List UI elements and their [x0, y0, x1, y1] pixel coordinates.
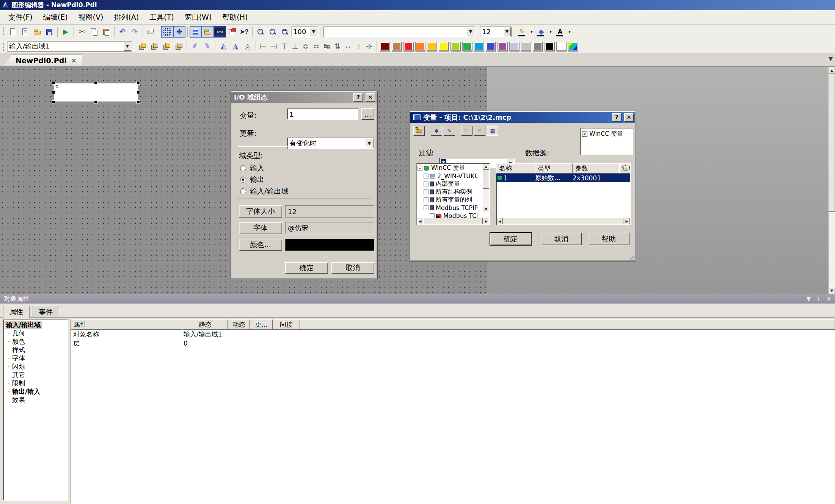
resize-handle[interactable]	[94, 100, 97, 104]
column-header[interactable]: 动态	[228, 319, 250, 330]
tree-vertical-scrollbar[interactable]: ▲ ▼	[483, 164, 489, 212]
send-to-back-button[interactable]	[148, 41, 160, 52]
bring-forward-button[interactable]	[160, 41, 173, 52]
scroll-up-icon[interactable]: ▲	[829, 67, 835, 74]
library-toggle-button[interactable]	[190, 26, 202, 38]
scroll-down-icon[interactable]: ▼	[829, 287, 835, 294]
help-button[interactable]: 帮助	[588, 233, 629, 245]
property-row[interactable]: 对象名称输入/输出域1	[71, 330, 835, 339]
center-horizontal-button[interactable]: ≍	[311, 41, 322, 52]
color-swatch[interactable]	[439, 42, 449, 51]
property-category-tree[interactable]: 输入/输出域几何颜色样式字体闪烁其它限制输出/输入效果	[3, 319, 68, 501]
paste-button[interactable]	[100, 26, 112, 38]
color-swatch[interactable]	[462, 42, 472, 51]
close-button[interactable]: ✕	[366, 93, 375, 102]
property-category[interactable]: 几何	[3, 329, 68, 337]
column-header[interactable]: 属性	[71, 319, 182, 330]
small-icons-view-button[interactable]: ∷	[461, 126, 472, 136]
radio-input[interactable]: 输入	[240, 163, 264, 173]
tree-item[interactable]: +内部变量	[418, 180, 477, 188]
chevron-down-icon[interactable]: ▼	[310, 27, 317, 36]
center-vertical-button[interactable]: ≎	[300, 41, 311, 52]
save-button[interactable]	[43, 26, 55, 38]
property-category[interactable]: 闪烁	[3, 362, 68, 371]
checkbox-checked-icon[interactable]: ✔	[582, 131, 587, 137]
property-category[interactable]: 输入/输出域	[3, 321, 68, 329]
io-field-object[interactable]: 0	[54, 83, 138, 102]
scroll-right-icon[interactable]: ▶	[624, 218, 630, 224]
tab-close-icon[interactable]: ✕	[71, 57, 77, 64]
browse-tags-button[interactable]: ...	[361, 108, 374, 120]
list-view-button[interactable]: ⁙	[474, 126, 485, 136]
help-button[interactable]: ?	[353, 93, 363, 102]
menu-item[interactable]: 文件(F)	[4, 11, 37, 24]
property-category[interactable]: 样式	[3, 346, 68, 354]
color-swatch[interactable]	[380, 42, 390, 51]
color-swatch[interactable]	[392, 42, 402, 51]
font-button[interactable]: 字体	[239, 222, 282, 234]
tree-item[interactable]: +所有变量的列	[418, 196, 477, 204]
tree-item[interactable]: +2_WIN-VTUKQFJ	[418, 172, 477, 180]
fill-color-button[interactable]: ◆	[535, 26, 547, 38]
color-swatch[interactable]	[415, 42, 425, 51]
new-file-button[interactable]	[7, 26, 19, 38]
scroll-up-icon[interactable]: ▲	[483, 164, 489, 170]
color-swatch[interactable]	[474, 42, 484, 51]
tree-horizontal-scrollbar[interactable]: ◀ ▶	[417, 218, 489, 224]
property-category[interactable]: 其它	[3, 371, 68, 379]
resize-grip[interactable]	[629, 254, 634, 260]
grid-toggle-button[interactable]	[161, 26, 173, 38]
pin-icon[interactable]: ⊤	[816, 296, 821, 302]
run-button[interactable]: ▶	[60, 26, 72, 38]
font-color-button[interactable]: A	[554, 26, 566, 38]
bring-to-front-button[interactable]	[136, 41, 148, 52]
cancel-button[interactable]: 取消	[541, 233, 582, 245]
color-swatch[interactable]	[533, 42, 543, 51]
expand-icon[interactable]: +	[424, 182, 428, 186]
collapse-icon[interactable]: -	[418, 166, 422, 171]
resize-handle[interactable]	[52, 81, 55, 85]
resize-handle[interactable]	[137, 81, 140, 85]
undo-button[interactable]: ↶	[116, 26, 129, 38]
edit-tag-button[interactable]: ✎	[444, 126, 455, 136]
objects-palette-toggle-button[interactable]	[202, 26, 214, 38]
fill-color-dropdown[interactable]: ▼	[547, 26, 554, 38]
tab-list-dropdown-icon[interactable]: ▼	[829, 56, 833, 62]
align-top-button[interactable]: ⊤	[279, 41, 290, 52]
font-size-button[interactable]: 字体大小	[239, 205, 282, 218]
radio-input-output[interactable]: 输入/输出域	[240, 186, 288, 196]
align-right-button[interactable]: ⊣	[268, 41, 279, 52]
column-header[interactable]: 静态	[182, 319, 228, 330]
color-button[interactable]: 颜色...	[239, 239, 282, 251]
tag-list[interactable]: 名称类型参数注释 1原始数...2x30001 ◀ ▶	[496, 163, 631, 225]
print-button[interactable]	[145, 26, 157, 38]
context-help-button[interactable]: ➤?	[238, 26, 250, 38]
toolbar-grip[interactable]	[320, 27, 322, 36]
color-swatch[interactable]	[427, 42, 437, 51]
property-row[interactable]: 层0	[71, 339, 835, 348]
font-name-combo[interactable]: ▼	[323, 27, 475, 37]
update-cycle-combo[interactable]: 有变化时 ▼	[287, 138, 374, 149]
resize-handle[interactable]	[94, 81, 97, 85]
property-category[interactable]: 效果	[3, 396, 68, 404]
resize-handle[interactable]	[52, 91, 55, 94]
menu-item[interactable]: 编辑(E)	[39, 11, 72, 24]
property-category[interactable]: 输出/输入	[3, 387, 68, 396]
zoom-level-combo[interactable]: 100 ▼	[291, 27, 318, 37]
color-swatch[interactable]	[509, 42, 519, 51]
radio-output[interactable]: 输出	[240, 175, 264, 185]
column-header[interactable]: 参数	[573, 163, 619, 174]
chevron-down-icon[interactable]: ▼	[365, 138, 374, 148]
align-bottom-button[interactable]: ⊥	[290, 41, 300, 52]
column-header[interactable]: 名称	[496, 163, 535, 174]
flip-horizontal-button[interactable]: ◭	[217, 41, 229, 52]
column-header[interactable]: 注释	[619, 163, 631, 174]
toolbar-grip[interactable]	[3, 27, 5, 36]
rotate-left-button[interactable]: ✐	[189, 41, 201, 52]
zoom-ratio-button[interactable]: 1:1	[279, 26, 291, 38]
close-button[interactable]: ✕	[624, 113, 634, 122]
tab-events[interactable]: 事件	[33, 306, 59, 318]
line-color-dropdown[interactable]: ▼	[528, 26, 535, 38]
zoom-in-button[interactable]: +	[254, 26, 267, 38]
zoom-out-button[interactable]: −	[267, 26, 279, 38]
